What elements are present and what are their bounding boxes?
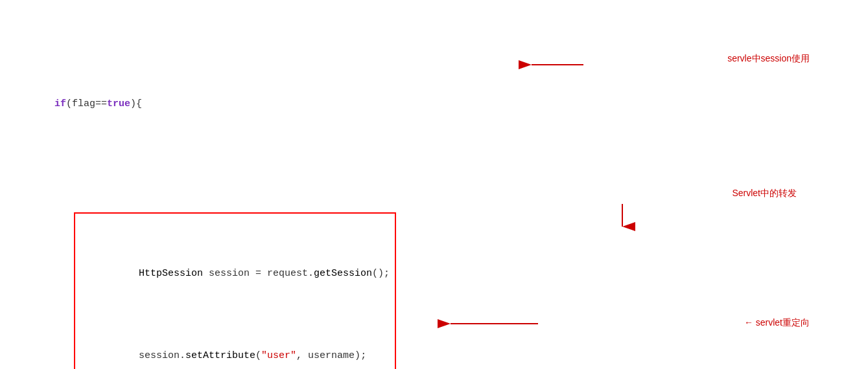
box1-wrapper: HttpSession session = request.getSession… (39, 196, 849, 370)
annotation-forward: Servlet中的转发 (732, 188, 797, 199)
code-block: if(flag==true){ HttpSession session = re… (19, 13, 849, 369)
kw-true: true (107, 98, 130, 109)
kw-if: if (54, 98, 66, 109)
line-if: if(flag==true){ (19, 79, 849, 129)
line-httpsession: HttpSession session = request.getSession… (80, 249, 390, 298)
code-container: if(flag==true){ HttpSession session = re… (19, 13, 849, 369)
annotation-session: servle中session使用 (727, 53, 810, 65)
line-setattribute: session.setAttribute("user", username); (80, 331, 390, 370)
annotation-redirect: ← servlet重定向 (744, 317, 810, 329)
session-box: HttpSession session = request.getSession… (74, 212, 396, 369)
